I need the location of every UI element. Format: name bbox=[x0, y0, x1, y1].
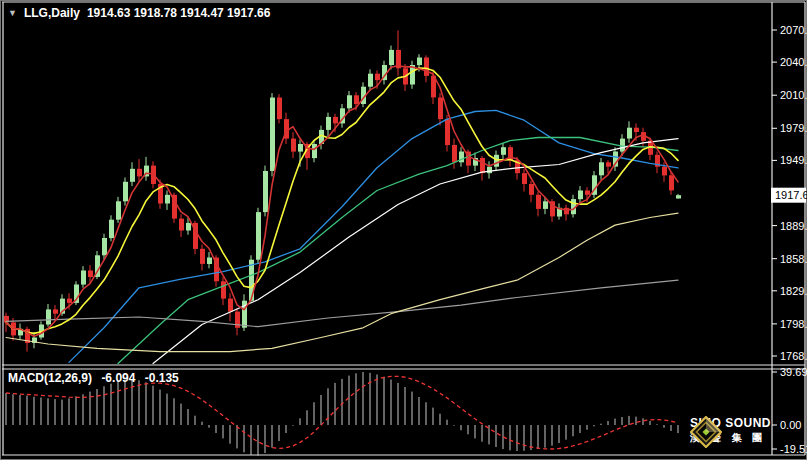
price-tick-label: 1798.60 bbox=[780, 318, 807, 330]
macd-params: MACD(12,26,9) bbox=[8, 371, 92, 385]
candlestick-chart-canvas[interactable]: 2070.402040.702010.101979.501949.801889.… bbox=[0, 0, 807, 460]
trading-chart-window: 2070.402040.702010.101979.501949.801889.… bbox=[0, 0, 807, 460]
price-tick-label: 1889.50 bbox=[780, 220, 807, 232]
macd-tick-label: 39.699 bbox=[780, 366, 807, 378]
ma-line-gray-long bbox=[6, 280, 678, 327]
chart-title-bar: ▼ LLG,Daily 1914.63 1918.78 1914.47 1917… bbox=[8, 6, 270, 20]
chevron-down-icon[interactable]: ▼ bbox=[8, 9, 17, 18]
current-price-label: 1917.66 bbox=[775, 189, 807, 201]
macd-signal-value: -0.135 bbox=[145, 371, 179, 385]
macd-indicator-label: MACD(12,26,9) -6.094 -0.135 bbox=[8, 371, 185, 385]
ma-line-khaki-long bbox=[6, 213, 678, 351]
price-tick-label: 1829.20 bbox=[780, 285, 807, 297]
chart-ohlc-values: 1914.63 1918.78 1914.47 1917.66 bbox=[87, 6, 271, 20]
sino-sound-logo: SINO SOUND 漢 聲 集 團 bbox=[690, 416, 804, 445]
price-tick-label: 1949.80 bbox=[780, 154, 807, 166]
logo-diamond-icon bbox=[690, 416, 722, 448]
price-tick-label: 1858.90 bbox=[780, 253, 807, 265]
price-axis: 2070.402040.702010.101979.501949.801889.… bbox=[771, 24, 807, 362]
price-tick-label: 1979.50 bbox=[780, 122, 807, 134]
chart-symbol-timeframe: LLG,Daily bbox=[24, 6, 80, 20]
candles bbox=[4, 30, 681, 351]
price-tick-label: 2040.70 bbox=[780, 56, 807, 68]
price-tick-label: 2010.10 bbox=[780, 89, 807, 101]
price-tick-label: 2070.40 bbox=[780, 24, 807, 36]
macd-value: -6.094 bbox=[101, 371, 135, 385]
price-tick-label: 1768.90 bbox=[780, 350, 807, 362]
